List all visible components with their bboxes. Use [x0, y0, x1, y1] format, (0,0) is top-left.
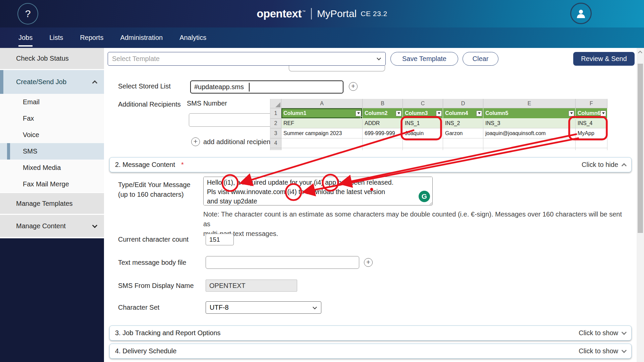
- sheet-cell[interactable]: REF: [281, 119, 363, 128]
- section4-toggle[interactable]: Click to show: [579, 347, 626, 355]
- stored-list-spreadsheet[interactable]: A B C D E F 1 Column1 Column2 Column3 Co…: [270, 99, 607, 150]
- sidebar-item-sms[interactable]: SMS: [0, 143, 104, 160]
- section2-toggle[interactable]: Click to hide: [582, 161, 626, 169]
- message-label-line2: (up to 160 characters): [118, 191, 184, 198]
- sheet-cell[interactable]: INS_4: [576, 119, 607, 128]
- filter-icon[interactable]: [396, 111, 401, 116]
- text-caret: [249, 83, 250, 92]
- sheet-row-number[interactable]: 4: [270, 138, 281, 148]
- review-send-button[interactable]: Review & Send: [573, 52, 635, 66]
- sheet-header-cell[interactable]: Column6: [576, 108, 607, 119]
- section-delivery-schedule[interactable]: 4. Delivery Schedule Click to show: [109, 344, 632, 359]
- sheet-cell[interactable]: MyApp: [576, 128, 607, 138]
- sheet-col-letter[interactable]: F: [576, 99, 607, 108]
- sheet-cell[interactable]: [576, 138, 607, 148]
- body-file-input[interactable]: [206, 256, 359, 269]
- tab-jobs[interactable]: Jobs: [18, 27, 33, 48]
- myportal-app: opentext™ MyPortal CE 23.2 Jobs Lists Re…: [0, 0, 644, 362]
- sheet-cell[interactable]: Summer campaign 2023: [281, 128, 363, 138]
- help-icon[interactable]: [17, 3, 38, 24]
- section-job-tracking[interactable]: 3. Job Tracking and Report Options Click…: [109, 325, 632, 341]
- sheet-header-cell[interactable]: Column3: [403, 108, 443, 119]
- sheet-cell[interactable]: 699-999-999: [363, 128, 403, 138]
- section3-toggle[interactable]: Click to show: [579, 329, 626, 337]
- sidebar-item-voice[interactable]: Voice: [0, 127, 104, 143]
- sidebar-item-check-job-status[interactable]: Check Job Status: [0, 48, 104, 69]
- charset-select[interactable]: UTF-8: [206, 301, 321, 314]
- sheet-row-number[interactable]: 2: [270, 119, 281, 128]
- tab-analytics[interactable]: Analytics: [179, 27, 206, 48]
- save-template-button[interactable]: Save Template: [390, 52, 458, 66]
- section-message-content[interactable]: 2. Message Content * Click to hide: [109, 157, 632, 172]
- sheet-cell[interactable]: Garzon: [443, 128, 483, 138]
- sidebar-item-manage-content[interactable]: Manage Content: [0, 215, 104, 237]
- sheet-cell[interactable]: [483, 138, 576, 148]
- filter-icon[interactable]: [476, 111, 482, 116]
- grammarly-icon[interactable]: [419, 191, 430, 202]
- sidebar-item-email[interactable]: Email: [0, 94, 104, 110]
- sheet-cell[interactable]: joaquin@joaquinsoft.com: [483, 128, 576, 138]
- sidebar-item-mixed-media[interactable]: Mixed Media: [0, 160, 104, 176]
- message-textarea[interactable]: Hello (i1), a required update for your (…: [203, 177, 433, 205]
- add-stored-list-plus-icon[interactable]: [349, 82, 358, 91]
- sheet-corner-cell[interactable]: [270, 99, 281, 108]
- sheet-row-number[interactable]: 3: [270, 128, 281, 138]
- tab-reports[interactable]: Reports: [80, 27, 103, 48]
- main-nav: Jobs Lists Reports Administration Analyt…: [0, 27, 644, 48]
- sidebar-item-manage-templates[interactable]: Manage Templates: [0, 193, 104, 214]
- page-scrollbar[interactable]: [637, 48, 644, 362]
- from-display-label: SMS From Display Name: [118, 282, 194, 290]
- filter-icon[interactable]: [356, 111, 361, 116]
- plus-icon: [191, 137, 200, 146]
- sheet-row-number[interactable]: 1: [270, 108, 281, 119]
- sheet-col-letter[interactable]: C: [403, 99, 443, 108]
- chevron-down-icon: [622, 330, 627, 335]
- sheet-col-letter[interactable]: E: [483, 99, 576, 108]
- add-body-file-plus-icon[interactable]: [364, 258, 373, 267]
- character-count-note: Note: The character count is an estimate…: [203, 209, 626, 239]
- sidebar-filler: [0, 238, 104, 362]
- filter-icon[interactable]: [436, 111, 442, 116]
- message-label-line1: Type/Edit Your Message: [118, 181, 191, 189]
- select-template-combobox[interactable]: [108, 52, 386, 66]
- sheet-header-cell[interactable]: Column4: [443, 108, 483, 119]
- tab-administration[interactable]: Administration: [120, 27, 163, 48]
- chevron-down-icon: [313, 305, 317, 309]
- sheet-cell[interactable]: [443, 138, 483, 148]
- char-count-label: Current character count: [118, 236, 189, 243]
- sidebar-item-fax-mail-merge[interactable]: Fax Mail Merge: [0, 176, 104, 192]
- sheet-cell[interactable]: INS_3: [483, 119, 576, 128]
- sheet-col-letter[interactable]: D: [443, 99, 483, 108]
- scrollbar-up-icon[interactable]: [638, 51, 642, 55]
- sheet-cell[interactable]: [281, 138, 363, 148]
- opentext-logo: opentext: [257, 7, 302, 20]
- sheet-cell[interactable]: Joaquin: [403, 128, 443, 138]
- select-stored-list-label: Select Stored List: [118, 82, 171, 90]
- add-additional-recipient-link[interactable]: add additional recipients: [191, 137, 276, 146]
- filter-icon[interactable]: [569, 111, 574, 116]
- sheet-cell[interactable]: [403, 138, 443, 148]
- user-avatar-icon[interactable]: [570, 3, 592, 24]
- filter-icon[interactable]: [600, 111, 606, 116]
- sheet-header-cell[interactable]: Column1: [281, 108, 363, 119]
- app-header: opentext™ MyPortal CE 23.2: [0, 0, 644, 27]
- sheet-col-letter[interactable]: A: [281, 99, 363, 108]
- required-asterisk: *: [181, 161, 184, 169]
- scrollbar-thumb[interactable]: [638, 64, 643, 233]
- app-version: CE 23.2: [361, 10, 387, 18]
- sheet-cell[interactable]: ADDR: [363, 119, 403, 128]
- clear-button[interactable]: Clear: [463, 52, 498, 66]
- tab-lists[interactable]: Lists: [49, 27, 63, 48]
- sms-number-input[interactable]: [189, 113, 274, 127]
- sidebar-item-fax[interactable]: Fax: [0, 110, 104, 127]
- sheet-header-cell[interactable]: Column2: [363, 108, 403, 119]
- sheet-cell[interactable]: INS_2: [443, 119, 483, 128]
- sidebar-item-create-send-job[interactable]: Create/Send Job: [0, 70, 104, 94]
- sheet-cell[interactable]: [363, 138, 403, 148]
- sheet-cell[interactable]: INS_1: [403, 119, 443, 128]
- stored-list-input[interactable]: #updateapp.sms: [190, 80, 343, 94]
- sheet-header-cell[interactable]: Column5: [483, 108, 576, 119]
- select-template-input[interactable]: [108, 52, 385, 65]
- sheet-col-letter[interactable]: B: [363, 99, 403, 108]
- chevron-up-icon: [622, 163, 627, 169]
